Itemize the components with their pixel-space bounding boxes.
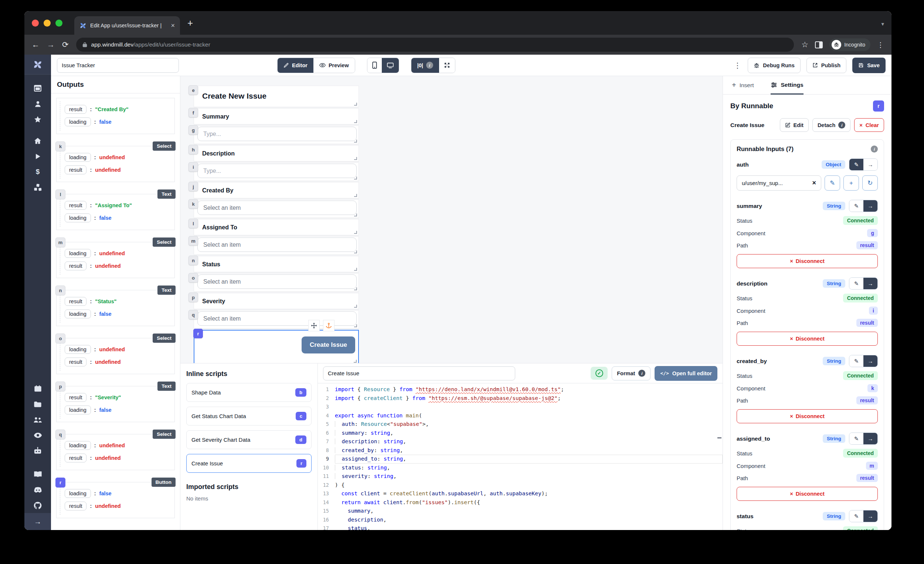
resize-handle[interactable] xyxy=(354,157,357,160)
output-key-pill[interactable]: loading xyxy=(64,489,91,498)
output-card[interactable]: o Select loading:undefinedresult:undefin… xyxy=(56,338,175,374)
connect-mode-button[interactable]: → xyxy=(863,278,878,289)
anchor-icon[interactable] xyxy=(323,320,334,331)
output-card[interactable]: r Button loading:falseresult:undefined xyxy=(56,482,175,518)
output-key-pill[interactable]: loading xyxy=(64,153,91,162)
component-id-chip[interactable]: e xyxy=(189,85,198,95)
output-key-pill[interactable]: result xyxy=(64,297,87,306)
sidebar-item-variables[interactable]: $ xyxy=(24,164,51,180)
output-key-pill[interactable]: loading xyxy=(64,249,91,258)
sidebar-item-schedules[interactable] xyxy=(24,381,51,396)
output-card[interactable]: k Select loading:undefinedresult:undefin… xyxy=(56,146,175,182)
script-list-item[interactable]: Get Status Chart Data c xyxy=(186,407,312,425)
output-key-pill[interactable]: result xyxy=(64,262,87,270)
path-badge[interactable]: result xyxy=(856,396,878,404)
connect-mode-button[interactable]: → xyxy=(863,355,878,367)
static-mode-button[interactable]: ✎ xyxy=(849,278,863,289)
component-id-chip[interactable]: f xyxy=(189,108,198,117)
output-key-pill[interactable]: loading xyxy=(64,214,91,222)
static-mode-button[interactable]: ✎ xyxy=(849,433,863,444)
resize-handle[interactable] xyxy=(354,305,357,308)
code-line[interactable]: 15 summary, xyxy=(318,507,723,516)
tab-insert[interactable]: + Insert xyxy=(732,76,754,94)
sidebar-item-runs[interactable] xyxy=(24,148,51,164)
sidebar-item-favorites[interactable] xyxy=(24,112,51,127)
output-key-pill[interactable]: loading xyxy=(64,117,91,126)
canvas-component[interactable]: e Create New Issue xyxy=(194,86,359,107)
canvas-component[interactable]: h Description xyxy=(194,145,359,162)
output-key-pill[interactable]: result xyxy=(64,393,87,402)
code-line[interactable]: 14 return await client.from("issues").in… xyxy=(318,498,723,507)
component-id-chip[interactable]: k xyxy=(189,199,198,209)
output-card[interactable]: n Text result:"Status"loading:false xyxy=(56,290,175,326)
canvas-component[interactable]: j Created By xyxy=(194,182,359,198)
back-icon[interactable]: ← xyxy=(32,40,39,49)
static-mode-button[interactable]: ✎ xyxy=(849,159,863,170)
preview-mode-button[interactable]: Preview xyxy=(314,58,355,73)
sidebar-item-workers[interactable] xyxy=(24,443,51,458)
script-name-input[interactable] xyxy=(323,367,515,380)
code-line[interactable]: 9 assigned_to: string, xyxy=(318,455,723,464)
code-line[interactable]: 10 status: string, xyxy=(318,464,723,473)
format-button[interactable]: Format i xyxy=(612,367,651,380)
edit-resource-button[interactable]: ✎ xyxy=(825,175,840,191)
resize-handle[interactable] xyxy=(354,250,357,253)
code-line[interactable]: 5 auth: Resource<"supabase">, xyxy=(318,420,723,429)
code-area[interactable]: 1 import { Resource } from "https://deno… xyxy=(318,383,723,530)
resize-handle[interactable] xyxy=(354,231,357,234)
select-input[interactable]: Select an item xyxy=(197,238,357,252)
component-id-chip[interactable]: p xyxy=(189,293,198,302)
component-id-chip[interactable]: o xyxy=(189,273,198,283)
static-mode-button[interactable]: ✎ xyxy=(849,200,863,212)
canvas-component[interactable]: g Type... xyxy=(194,126,359,144)
component-id-chip[interactable]: o xyxy=(56,334,65,344)
sidebar-item-docs[interactable] xyxy=(24,467,51,482)
publish-button[interactable]: Publish xyxy=(807,58,846,73)
connect-mode-button[interactable]: → xyxy=(863,433,878,444)
code-line[interactable]: 16 description, xyxy=(318,516,723,525)
resize-handle[interactable] xyxy=(354,177,357,180)
canvas-component[interactable]: f Summary xyxy=(194,108,359,124)
tab-settings[interactable]: Settings xyxy=(771,76,803,94)
mobile-view-button[interactable] xyxy=(368,58,382,73)
output-key-pill[interactable]: result xyxy=(64,166,87,174)
output-card[interactable]: result:"Created By"loading:false xyxy=(56,98,175,134)
component-id-chip[interactable]: m xyxy=(189,236,198,245)
editor-mode-button[interactable]: Editor xyxy=(278,58,314,73)
browser-menu-icon[interactable]: ⋮ xyxy=(877,40,884,49)
connect-mode-button[interactable]: → xyxy=(863,159,878,170)
output-key-pill[interactable]: result xyxy=(64,358,87,367)
output-card[interactable]: p Text result:"Severity"loading:false xyxy=(56,386,175,422)
component-id-chip[interactable]: l xyxy=(56,190,65,199)
component-id-chip[interactable]: q xyxy=(189,310,198,320)
component-id-chip[interactable]: p xyxy=(56,381,65,392)
code-line[interactable]: 3 xyxy=(318,402,723,411)
code-line[interactable]: 1 import { Resource } from "https://deno… xyxy=(318,385,723,394)
component-id-chip[interactable]: m xyxy=(56,238,65,247)
reload-icon[interactable]: ⟳ xyxy=(62,40,69,49)
outputs-list[interactable]: result:"Created By"loading:false k Selec… xyxy=(51,93,180,530)
select-input[interactable]: Select an item xyxy=(197,200,357,215)
desktop-view-button[interactable] xyxy=(382,58,399,73)
output-card[interactable]: q Select loading:undefinedresult:undefin… xyxy=(56,434,175,470)
output-key-pill[interactable]: loading xyxy=(64,310,91,319)
component-badge[interactable]: i xyxy=(869,307,878,315)
detach-button[interactable]: Detach i xyxy=(812,118,850,132)
output-card[interactable]: m Select loading:undefinedresult:undefin… xyxy=(56,242,175,278)
move-handle-icon[interactable] xyxy=(308,320,320,331)
canvas-component[interactable]: i Type... xyxy=(194,163,359,181)
component-id-chip[interactable]: g xyxy=(189,125,198,135)
output-key-pill[interactable]: result xyxy=(64,453,87,462)
refresh-resource-button[interactable]: ↻ xyxy=(862,175,878,191)
component-badge[interactable]: m xyxy=(866,462,878,470)
component-id-chip[interactable]: k xyxy=(56,141,65,151)
output-key-pill[interactable]: loading xyxy=(64,345,91,354)
collapse-sidebar-arrow-icon[interactable]: → xyxy=(24,513,51,530)
path-badge[interactable]: result xyxy=(856,319,878,327)
open-full-editor-button[interactable]: </> Open full editor xyxy=(654,366,717,381)
clear-button[interactable]: × Clear xyxy=(854,118,884,132)
canvas-component[interactable]: n Status xyxy=(194,256,359,272)
side-panel-icon[interactable] xyxy=(815,41,823,48)
resize-handle[interactable] xyxy=(354,324,357,327)
settings-body[interactable]: By Runnable r Create Issue Edit Detach xyxy=(723,94,891,530)
